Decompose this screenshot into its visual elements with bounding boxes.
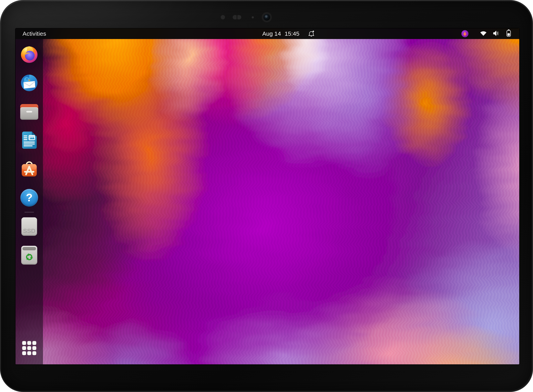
show-applications-button[interactable] bbox=[15, 341, 43, 355]
time-label: 15:45 bbox=[285, 30, 299, 37]
grid-dot bbox=[27, 341, 31, 345]
ssd-drive-icon: SSD bbox=[21, 217, 37, 236]
flame-indicator-icon bbox=[462, 30, 468, 37]
trash-recycle-icon bbox=[21, 246, 37, 265]
dock-item-help[interactable]: ? bbox=[15, 189, 43, 207]
grid-dot bbox=[22, 351, 26, 355]
app-grid-icon bbox=[22, 341, 36, 355]
dock-item-ubuntu-software[interactable] bbox=[15, 160, 43, 178]
ssd-label: SSD bbox=[23, 228, 35, 234]
grid-dot bbox=[27, 351, 31, 355]
dock-item-files[interactable] bbox=[15, 103, 43, 121]
bezel-sensor-dot bbox=[221, 15, 225, 19]
dock-separator bbox=[24, 212, 34, 212]
tablet-frame: Activities Aug 14 15:45 bbox=[0, 0, 533, 392]
dock: ? SSD bbox=[15, 39, 43, 364]
dock-item-thunderbird[interactable] bbox=[15, 74, 43, 92]
system-status-area[interactable] bbox=[462, 28, 512, 39]
notifications-bell-icon bbox=[308, 30, 315, 37]
page: Activities Aug 14 15:45 bbox=[0, 0, 533, 392]
files-folder-icon bbox=[20, 104, 38, 120]
bezel-sensor-pill bbox=[237, 15, 241, 19]
desktop-screen: Activities Aug 14 15:45 bbox=[15, 28, 519, 364]
dock-item-libreoffice-writer[interactable] bbox=[15, 131, 43, 149]
help-question-icon: ? bbox=[20, 189, 38, 207]
bezel-led-dot bbox=[252, 16, 254, 19]
dock-item-trash[interactable] bbox=[15, 246, 43, 264]
bezel-sensor-pill bbox=[233, 15, 237, 19]
grid-dot bbox=[32, 346, 36, 350]
wallpaper-streak-layer bbox=[15, 28, 519, 364]
desktop-wallpaper bbox=[15, 28, 519, 364]
grid-dot bbox=[22, 346, 26, 350]
grid-dot bbox=[32, 351, 36, 355]
firefox-icon bbox=[20, 45, 38, 64]
battery-icon bbox=[505, 29, 512, 38]
clock-menu-button[interactable]: Aug 14 15:45 bbox=[262, 28, 315, 39]
grid-dot bbox=[27, 346, 31, 350]
thunderbird-icon bbox=[20, 74, 38, 93]
volume-icon bbox=[492, 30, 500, 38]
front-camera bbox=[263, 14, 270, 21]
activities-button[interactable]: Activities bbox=[23, 30, 46, 37]
ubuntu-software-icon bbox=[20, 160, 38, 178]
grid-dot bbox=[32, 341, 36, 345]
grid-dot bbox=[22, 341, 26, 345]
dock-item-ssd-drive[interactable]: SSD bbox=[15, 218, 43, 236]
top-bar: Activities Aug 14 15:45 bbox=[15, 28, 519, 39]
libreoffice-writer-icon bbox=[21, 131, 37, 150]
dock-item-firefox[interactable] bbox=[15, 46, 43, 64]
date-label: Aug 14 bbox=[262, 30, 281, 37]
wifi-icon bbox=[480, 30, 487, 38]
